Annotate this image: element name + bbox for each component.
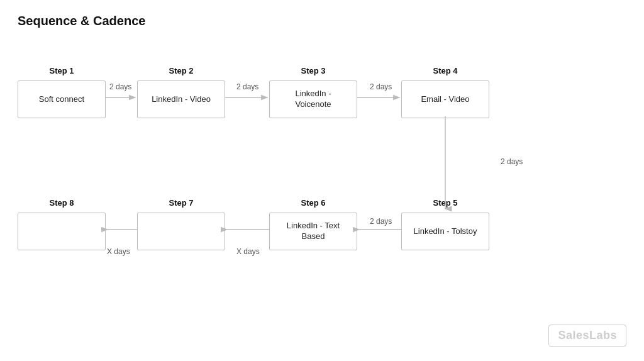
delay-s2-s3: 2 days	[236, 82, 258, 91]
step2-label: Step 2	[169, 66, 193, 75]
page-title: Sequence & Cadence	[0, 0, 644, 28]
delay-s1-s2: 2 days	[109, 82, 131, 91]
step3-box: LinkedIn - Voicenote	[269, 81, 357, 118]
delay-s3-s4: 2 days	[370, 82, 392, 91]
step1-label: Step 1	[49, 66, 74, 75]
step6-group: Step 6 LinkedIn - Text Based	[269, 198, 357, 250]
step7-group: Step 7	[137, 198, 225, 250]
saleslabs-badge: SalesLabs	[548, 325, 626, 347]
step2-box: LinkedIn - Video	[137, 81, 225, 118]
step4-label: Step 4	[433, 66, 457, 75]
step6-box: LinkedIn - Text Based	[269, 213, 357, 250]
step3-label: Step 3	[301, 66, 325, 75]
step8-box	[18, 213, 106, 250]
diagram-area: Step 1 Soft connect Step 2 LinkedIn - Vi…	[0, 35, 644, 358]
step7-label: Step 7	[169, 198, 193, 208]
step1-group: Step 1 Soft connect	[18, 66, 106, 118]
step7-box	[137, 213, 225, 250]
step4-group: Step 4 Email - Video	[401, 66, 489, 118]
step5-group: Step 5 LinkedIn - Tolstoy	[401, 198, 489, 250]
step6-label: Step 6	[301, 198, 325, 208]
step1-box: Soft connect	[18, 81, 106, 118]
step8-label: Step 8	[49, 198, 74, 208]
step3-group: Step 3 LinkedIn - Voicenote	[269, 66, 357, 118]
delay-s5-s6: 2 days	[370, 217, 392, 226]
step5-box: LinkedIn - Tolstoy	[401, 213, 489, 250]
delay-s4-s5: 2 days	[501, 157, 523, 166]
step4-box: Email - Video	[401, 81, 489, 118]
step8-group: Step 8	[18, 198, 106, 250]
delay-s6-s7: X days	[236, 247, 260, 256]
step2-group: Step 2 LinkedIn - Video	[137, 66, 225, 118]
delay-s7-s8: X days	[107, 247, 130, 256]
step5-label: Step 5	[433, 198, 457, 208]
